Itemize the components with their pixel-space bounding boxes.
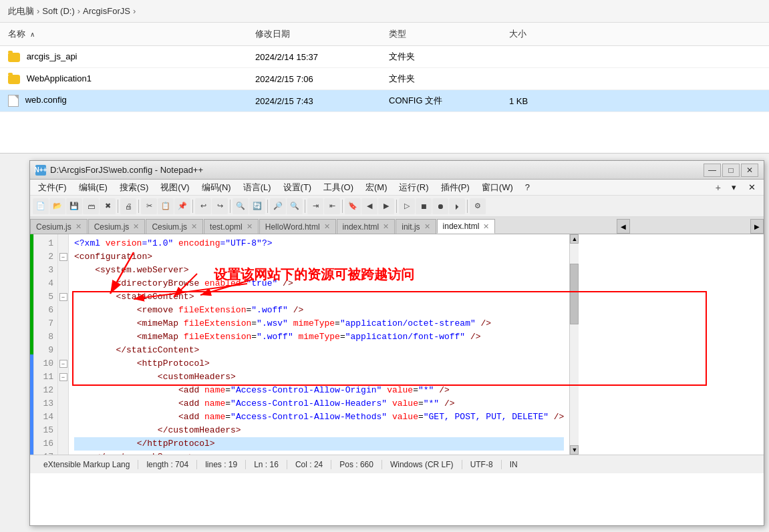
tab-close-icon[interactable]: ✕ [424, 222, 430, 231]
fold-icon[interactable]: − [59, 360, 67, 368]
tb-saveall[interactable]: 🗃 [83, 198, 99, 214]
tb-prev[interactable]: ◀ [361, 198, 377, 214]
tb-macro[interactable]: ⏺ [432, 198, 448, 214]
titlebar: N++ D:\ArcgisForJS\web.config - Notepad+… [30, 161, 764, 180]
tab-close-icon[interactable]: ✕ [191, 222, 197, 231]
tab-indexhtml2[interactable]: index.html ✕ [437, 219, 496, 234]
code-line-14: <add name="Access-Control-Allow-Methods"… [74, 411, 564, 424]
tb-stop[interactable]: ⏹ [416, 198, 432, 214]
menu-plugins[interactable]: 插件(P) [436, 180, 475, 195]
breadcrumb[interactable]: 此电脑 › Soft (D:) › ArcgisForJS › [0, 0, 769, 23]
tb-copy[interactable]: 📋 [158, 198, 174, 214]
file-date: 2024/2/14 15:37 [247, 51, 381, 63]
menu-file[interactable]: 文件(F) [33, 180, 72, 195]
table-row[interactable]: WebApplication1 2024/2/15 7:06 文件夹 [0, 68, 769, 90]
menu-tools[interactable]: 工具(O) [318, 180, 359, 195]
code-line-13: <add name="Access-Control-Allow-Headers"… [74, 397, 564, 411]
tb-macro-play[interactable]: ⏵ [449, 198, 465, 214]
menu-view[interactable]: 视图(V) [155, 180, 194, 195]
tb-run[interactable]: ▷ [399, 198, 415, 214]
menu-settings[interactable]: 设置(T) [278, 180, 317, 195]
scroll-up[interactable]: ▲ [570, 234, 579, 244]
breadcrumb-folder[interactable]: ArcgisForJS [83, 6, 130, 16]
col-header-name[interactable]: 名称 ∧ [0, 25, 247, 43]
tb-options[interactable]: ⚙ [470, 198, 486, 214]
menu-help[interactable]: ? [520, 181, 535, 194]
tab-cesium1[interactable]: Cesium.js ✕ [30, 219, 88, 234]
menu-run[interactable]: 运行(R) [394, 180, 434, 195]
tb-redo[interactable]: ↪ [212, 198, 228, 214]
tb-zoom-out[interactable]: 🔍 [287, 198, 303, 214]
tb-replace[interactable]: 🔄 [249, 198, 265, 214]
tb-close[interactable]: ✖ [100, 198, 116, 214]
menu-language[interactable]: 语言(L) [238, 180, 277, 195]
toolbar-sep-7 [342, 200, 343, 213]
tab-close-icon[interactable]: ✕ [75, 222, 82, 231]
code-line-1: <?xml version="1.0" encoding="UTF-8"?> [74, 237, 564, 250]
maximize-button[interactable]: □ [722, 164, 740, 177]
tab-testopml[interactable]: test.opml ✕ [204, 219, 259, 234]
minimize-button[interactable]: — [704, 164, 721, 177]
menu-window[interactable]: 窗口(W) [476, 180, 518, 195]
code-content[interactable]: <?xml version="1.0" encoding="UTF-8"?> <… [69, 234, 569, 455]
scroll-down[interactable]: ▼ [570, 445, 579, 455]
vertical-scrollbar[interactable]: ▲ ▼ [569, 234, 579, 455]
col-header-date[interactable]: 修改日期 [247, 25, 381, 43]
close-button[interactable]: ✕ [741, 164, 758, 177]
tb-open[interactable]: 📂 [49, 198, 65, 214]
status-pos: Pos : 660 [331, 460, 382, 469]
tb-find[interactable]: 🔍 [233, 198, 249, 214]
tab-bar: Cesium.js ✕ Cesium.js ✕ Cesium.js ✕ test… [30, 217, 764, 234]
sort-arrow-name: ∧ [30, 31, 35, 38]
menu-encoding[interactable]: 编码(N) [196, 180, 237, 195]
menu-plus[interactable]: + [712, 181, 725, 194]
tab-cesium3[interactable]: Cesium.js ✕ [146, 219, 203, 234]
file-type: CONFIG 文件 [381, 93, 501, 108]
tab-helloword[interactable]: HelloWord.html ✕ [259, 219, 336, 234]
tb-new[interactable]: 📄 [33, 198, 49, 214]
file-type: 文件夹 [381, 49, 501, 64]
table-row[interactable]: arcgis_js_api 2024/2/14 15:37 文件夹 [0, 46, 769, 68]
tab-close-icon[interactable]: ✕ [247, 222, 253, 231]
tab-initjs[interactable]: init.js ✕ [396, 219, 436, 234]
tb-cut[interactable]: ✂ [141, 198, 157, 214]
tb-bookmark[interactable]: 🔖 [345, 198, 361, 214]
menu-search[interactable]: 搜索(S) [114, 180, 154, 195]
tb-indent[interactable]: ⇥ [307, 198, 323, 214]
tab-scroll-left[interactable]: ◀ [617, 219, 630, 234]
col-header-size[interactable]: 大小 [501, 25, 581, 43]
tb-next[interactable]: ▶ [378, 198, 394, 214]
menu-macro[interactable]: 宏(M) [360, 180, 393, 195]
menu-edit[interactable]: 编辑(E) [73, 180, 113, 195]
menu-dropdown[interactable]: ▾ [726, 181, 742, 194]
fold-icon[interactable]: − [59, 253, 67, 261]
tab-label: init.js [402, 222, 420, 232]
line-numbers: 12345 678910 1112131415 16171819 [34, 234, 58, 455]
fold-icon[interactable]: − [59, 373, 67, 381]
tab-label: HelloWord.html [265, 222, 320, 232]
tb-undo[interactable]: ↩ [195, 198, 211, 214]
tab-close-icon[interactable]: ✕ [133, 222, 139, 231]
tb-zoom-in[interactable]: 🔎 [270, 198, 286, 214]
file-name: arcgis_js_api [0, 50, 247, 63]
menu-close-arrow[interactable]: ✕ [743, 181, 761, 194]
tab-close-icon[interactable]: ✕ [383, 222, 389, 231]
file-type: 文件夹 [381, 71, 501, 86]
breadcrumb-pc[interactable]: 此电脑 [8, 5, 34, 17]
tab-cesium2[interactable]: Cesium.js ✕ [88, 219, 146, 234]
table-row[interactable]: web.config 2024/2/15 7:43 CONFIG 文件 1 KB [0, 90, 769, 112]
toolbar-sep-1 [118, 200, 118, 213]
fold-icon[interactable]: − [59, 293, 67, 301]
breadcrumb-drive[interactable]: Soft (D:) [42, 6, 74, 16]
scroll-thumb[interactable] [570, 264, 579, 324]
tab-close-icon[interactable]: ✕ [324, 222, 330, 231]
tb-save[interactable]: 💾 [66, 198, 82, 214]
status-encoding: UTF-8 [462, 460, 502, 469]
tab-indexhtml1[interactable]: index.html ✕ [337, 219, 396, 234]
col-header-type[interactable]: 类型 [381, 25, 501, 43]
tb-outdent[interactable]: ⇤ [324, 198, 340, 214]
tb-print[interactable]: 🖨 [120, 198, 136, 214]
tab-scroll-right[interactable]: ▶ [750, 219, 764, 234]
tb-paste[interactable]: 📌 [174, 198, 190, 214]
tab-close-icon[interactable]: ✕ [483, 222, 489, 231]
